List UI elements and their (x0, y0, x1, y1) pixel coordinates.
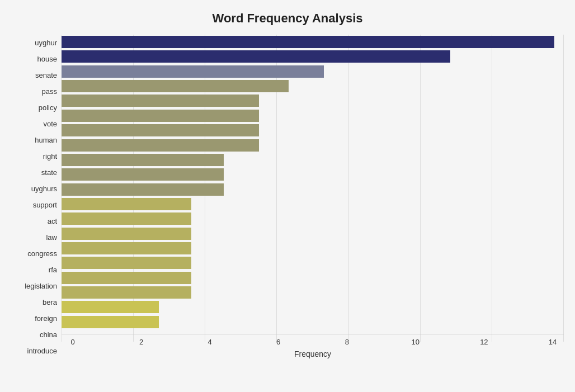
bar (62, 272, 191, 284)
bar (62, 257, 191, 269)
x-axis-label: Frequency (62, 350, 564, 358)
x-tick: 0 (62, 338, 84, 346)
y-label: bera (11, 294, 62, 310)
bar (62, 124, 259, 136)
bar (62, 95, 259, 107)
y-label: introduce (11, 343, 62, 358)
bar-row (62, 197, 564, 211)
bar-row (62, 64, 564, 79)
bar-row (62, 315, 564, 329)
y-label: human (11, 132, 62, 148)
y-label: policy (11, 100, 62, 115)
y-label: house (11, 51, 62, 67)
y-label: pass (11, 83, 62, 99)
bar-row (62, 35, 564, 49)
y-label: law (11, 229, 62, 245)
x-axis-wrapper: 02468101214 Frequency (62, 332, 564, 358)
y-label: senate (11, 67, 62, 83)
y-label: congress (11, 245, 62, 261)
y-label: foreign (11, 310, 62, 326)
bar (62, 301, 159, 313)
bar-row (62, 93, 564, 108)
bar (62, 154, 224, 166)
bar (62, 139, 259, 152)
y-label: legislation (11, 278, 62, 294)
x-tick: 14 (541, 338, 564, 346)
bar-row (62, 211, 564, 226)
x-tick: 4 (199, 338, 221, 346)
bar-row (62, 226, 564, 241)
y-label: right (11, 148, 62, 164)
bar-row (62, 300, 564, 314)
bar-row (62, 167, 564, 182)
x-tick: 10 (404, 338, 427, 346)
bar-row (62, 138, 564, 153)
chart-container: Word Frequency Analysis uyghurhousesenat… (0, 0, 575, 392)
bar (62, 50, 450, 63)
x-tick: 6 (267, 338, 290, 346)
bar (62, 168, 224, 181)
bar-row (62, 285, 564, 300)
bar (62, 242, 191, 254)
x-tick: 2 (130, 338, 153, 346)
bar (62, 183, 224, 196)
y-label: act (11, 213, 62, 229)
bar (62, 228, 191, 240)
y-labels: uyghurhousesenatepasspolicyvotehumanrigh… (11, 35, 62, 358)
chart-title: Word Frequency Analysis (11, 11, 564, 26)
bar-row (62, 79, 564, 93)
bar-row (62, 256, 564, 270)
bar (62, 198, 191, 210)
y-label: uyghur (11, 35, 62, 50)
bar-row (62, 123, 564, 138)
chart-body: uyghurhousesenatepasspolicyvotehumanrigh… (11, 35, 564, 358)
bar (62, 36, 554, 48)
bar-row (62, 271, 564, 285)
y-label: vote (11, 116, 62, 131)
x-axis: 02468101214 (62, 334, 564, 346)
bar (62, 110, 259, 122)
y-label: uyghurs (11, 181, 62, 196)
bars-area (62, 35, 564, 332)
chart-plot: 02468101214 Frequency (62, 35, 564, 358)
x-tick: 12 (473, 338, 495, 346)
bar-row (62, 153, 564, 167)
bar (62, 316, 159, 328)
bar-row (62, 241, 564, 256)
bar-row (62, 182, 564, 197)
bar (62, 80, 289, 92)
y-label: support (11, 197, 62, 212)
bar-row (62, 108, 564, 123)
bar-row (62, 49, 564, 64)
y-label: china (11, 327, 62, 342)
bar (62, 212, 191, 225)
bar (62, 286, 191, 299)
bar (62, 65, 324, 78)
x-tick: 8 (336, 338, 358, 346)
y-label: rfa (11, 262, 62, 277)
y-label: state (11, 164, 62, 180)
